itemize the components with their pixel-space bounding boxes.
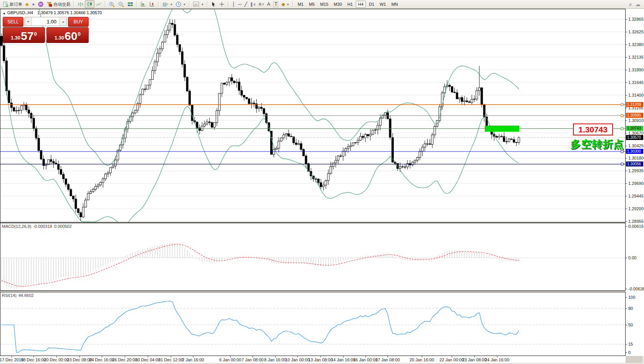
price-tick-label: 1.32135	[628, 55, 644, 59]
turning-point-note: 多空转折点	[570, 137, 624, 151]
timeframe-h1-button[interactable]: H1	[345, 1, 355, 8]
toolbar: 新订单 ◆ ● ♒ 自动交易 ▤+▼	[0, 0, 644, 9]
new-order-label: 新订单	[10, 2, 22, 7]
arrows-button[interactable]: ◆▼	[280, 1, 291, 8]
vertical-line-button[interactable]: │	[231, 1, 237, 8]
rsi-tick	[626, 325, 627, 325]
buy-button[interactable]: BUY	[68, 17, 89, 27]
channel-sub-label: E	[254, 3, 256, 6]
volume-input[interactable]	[32, 17, 59, 26]
time-tick-label: 24 Jan 16:00	[485, 357, 509, 362]
tile-windows-button[interactable]	[126, 1, 135, 8]
auto-scroll-button[interactable]	[139, 1, 148, 8]
fibonacci-button[interactable]: ≡F	[257, 1, 266, 8]
chart-shift-button[interactable]	[148, 1, 157, 8]
fibonacci-icon: ≡	[259, 2, 261, 7]
price-tick-label: 1.32865	[628, 17, 644, 21]
tile-windows-icon	[127, 2, 133, 7]
time-tick-label: 17 Jan 08:00	[375, 357, 400, 362]
price-tick-label: 1.29935	[628, 168, 644, 173]
ohlc-quote: 1.30479 1.30576 1.30466 1.30570	[37, 10, 102, 15]
cursor-button[interactable]	[210, 1, 218, 8]
one-click-toggle-icon[interactable]: ▲	[3, 12, 6, 15]
price-level-badge: 1.30300	[626, 149, 643, 154]
timeframe-w1-button[interactable]: W1	[377, 1, 388, 8]
channel-button[interactable]: ∥E	[249, 1, 257, 8]
timeframe-m1-button[interactable]: M1	[296, 1, 306, 8]
sell-price-big: 57	[21, 30, 33, 42]
fibonacci-sub-label: F	[263, 3, 264, 6]
time-tick-label: 2 Jan 16:00	[182, 357, 204, 362]
text-label-button[interactable]: T	[272, 0, 280, 8]
timeframe-m30-button[interactable]: M30	[332, 1, 344, 8]
macd-tick	[626, 226, 627, 227]
mt4-terminal: 新订单 ◆ ● ♒ 自动交易 ▤+▼	[0, 0, 644, 364]
price-tick	[626, 183, 627, 184]
community-button[interactable]: ●	[30, 1, 36, 8]
sell-button[interactable]: SELL	[3, 17, 23, 27]
new-order-icon	[3, 2, 8, 7]
crosshair-button[interactable]	[218, 1, 226, 8]
search-icon[interactable]: ⌕	[629, 2, 632, 7]
macd-plot[interactable]	[0, 223, 625, 290]
timeframe-mn-button[interactable]: MN	[389, 1, 400, 8]
zoom-out-button[interactable]	[117, 1, 126, 8]
volume-increase-button[interactable]: ▲	[59, 17, 66, 26]
gold-icon: ◆	[25, 2, 29, 7]
candlestick-chart-button[interactable]	[85, 0, 94, 8]
price-level-badge: 1.30056	[626, 161, 643, 166]
cursor-icon	[211, 2, 216, 7]
current-price-badge: 1.30570	[626, 135, 643, 140]
autotrading-button[interactable]: 自动交易	[45, 1, 72, 8]
timeframe-m5-button[interactable]: M5	[307, 1, 317, 8]
time-tick-label: 31 Dec 12:00	[158, 357, 183, 362]
sell-price-button[interactable]: 1.30570	[3, 27, 45, 43]
timeframe-group: M1M5M15M30H1H4D1W1MN	[295, 0, 401, 8]
rsi-label: RSI(14)	[2, 293, 17, 298]
price-level-badge: 1.30743	[626, 126, 643, 131]
macd-panel: MACD(12,26,9)-0.0003180.000502	[0, 223, 626, 291]
price-tick-label: 1.29445	[628, 194, 644, 198]
volume-decrease-button[interactable]: ▼	[25, 17, 32, 26]
line-chart-button[interactable]	[94, 1, 103, 8]
time-tick-label: 20 Dec 00:00	[44, 357, 69, 362]
new-chart-button[interactable]: ▤+▼	[161, 1, 174, 8]
periods-button[interactable]: ▼	[174, 1, 187, 8]
indicators-button[interactable]: ▼	[192, 1, 205, 8]
market-depth-button[interactable]: ◆	[24, 1, 30, 8]
candlestick-plot[interactable]	[0, 9, 625, 222]
price-tick	[626, 196, 627, 196]
text-button[interactable]: A	[266, 1, 272, 8]
rsi-tick-label: 50	[628, 323, 633, 327]
zoom-in-button[interactable]	[107, 1, 117, 8]
new-order-button[interactable]: 新订单	[1, 1, 24, 8]
timeframe-h4-button[interactable]: H4	[356, 1, 366, 8]
horizontal-line-button[interactable]: ─	[236, 1, 243, 8]
time-tick-label: 7 Jan 08:00	[241, 357, 264, 362]
price-tick-label: 1.31890	[628, 68, 644, 72]
rsi-plot[interactable]	[0, 292, 625, 356]
time-scale[interactable]: 17 Dec 201918 Dec 16:0020 Dec 00:0023 De…	[0, 356, 626, 363]
rsi-label-row: RSI(14)44.6602	[2, 293, 36, 298]
buy-price-button[interactable]: 1.30600	[46, 27, 89, 43]
signals-button[interactable]: ♒	[36, 1, 45, 8]
price-tick	[626, 82, 627, 83]
line-chart-icon	[96, 2, 102, 7]
timeframe-d1-button[interactable]: D1	[367, 1, 376, 8]
price-tick-label: 1.31645	[628, 80, 644, 85]
time-tick-label: 23 Dec 08:00	[67, 357, 92, 362]
trendline-button[interactable]: ╱	[243, 1, 249, 8]
buy-price-sup: 0	[78, 31, 81, 37]
price-tick	[626, 209, 627, 209]
rsi-tick-label: 15	[628, 342, 633, 346]
price-scale[interactable]: 1.328651.326251.323801.321351.318901.316…	[626, 9, 644, 356]
bar-chart-button[interactable]	[76, 1, 85, 8]
crosshair-icon	[219, 2, 225, 7]
price-tick	[626, 146, 627, 146]
price-tick	[626, 221, 627, 222]
price-level-badge: 1.31209	[626, 102, 643, 107]
volume-stepper: ▼ ▲	[25, 17, 67, 26]
macd-tick	[626, 258, 627, 258]
chat-icon[interactable]: ☁	[635, 2, 641, 7]
timeframe-m15-button[interactable]: M15	[318, 1, 330, 8]
